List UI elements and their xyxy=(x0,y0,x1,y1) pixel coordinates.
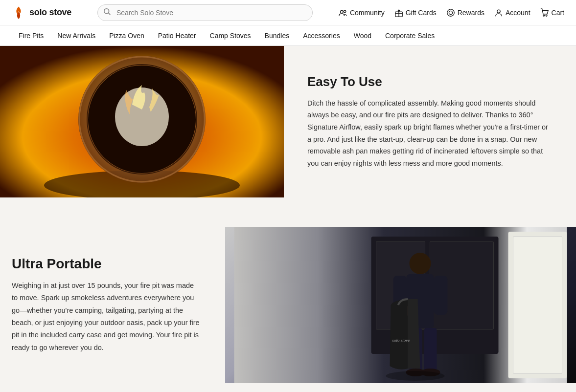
svg-point-3 xyxy=(344,10,346,13)
fire-svg xyxy=(0,46,284,197)
easy-to-use-section: Easy To Use Ditch the hassle of complica… xyxy=(0,46,576,197)
svg-rect-27 xyxy=(434,276,448,315)
svg-rect-23 xyxy=(513,237,562,373)
gift-icon xyxy=(394,8,403,17)
logo[interactable]: solo stove xyxy=(12,6,71,20)
nav-item-pizza-oven[interactable]: Pizza Oven xyxy=(102,25,151,46)
svg-point-0 xyxy=(104,8,109,13)
header-right-nav: Community Gift Cards Rewards xyxy=(339,8,564,17)
svg-text:solo stove: solo stove xyxy=(392,338,410,343)
header: solo stove Community xyxy=(0,0,576,25)
account-label: Account xyxy=(506,9,530,17)
community-label: Community xyxy=(350,9,385,17)
gift-cards-link[interactable]: Gift Cards xyxy=(394,8,437,17)
fire-visual xyxy=(0,46,284,197)
ultra-portable-heading: Ultra Portable xyxy=(12,256,202,272)
search-bar xyxy=(97,4,313,21)
svg-point-34 xyxy=(386,371,445,381)
search-input[interactable] xyxy=(97,4,313,21)
logo-text: solo stove xyxy=(29,7,71,18)
portable-svg: solo stove xyxy=(225,227,576,383)
search-icon xyxy=(103,8,111,18)
flame-icon xyxy=(12,6,25,20)
nav-item-accessories[interactable]: Accessories xyxy=(296,25,346,46)
ultra-portable-section: Ultra Portable Weighing in at just over … xyxy=(0,227,576,392)
portable-img-placeholder: solo stove xyxy=(225,227,576,383)
rewards-link[interactable]: Rewards xyxy=(446,8,484,17)
community-icon xyxy=(339,8,347,17)
nav-item-camp-stoves[interactable]: Camp Stoves xyxy=(203,25,258,46)
account-icon xyxy=(494,8,503,17)
svg-point-5 xyxy=(447,9,454,16)
svg-point-7 xyxy=(497,10,500,13)
cart-link[interactable]: Cart xyxy=(540,8,564,17)
nav-item-wood[interactable]: Wood xyxy=(347,25,378,46)
svg-point-9 xyxy=(546,15,547,16)
cart-icon xyxy=(540,8,549,17)
cart-label: Cart xyxy=(552,9,564,17)
svg-rect-30 xyxy=(424,328,437,372)
ultra-portable-text: Ultra Portable Weighing in at just over … xyxy=(0,237,225,373)
easy-to-use-body: Ditch the hassle of complicated assembly… xyxy=(307,97,553,170)
nav-item-bundles[interactable]: Bundles xyxy=(258,25,297,46)
rewards-icon xyxy=(446,8,455,17)
fire-image-placeholder xyxy=(0,46,284,197)
svg-point-8 xyxy=(543,15,544,16)
nav-item-corporate-sales[interactable]: Corporate Sales xyxy=(378,25,441,46)
fire-pit-image xyxy=(0,46,284,197)
svg-point-24 xyxy=(410,253,431,274)
portable-image: solo stove xyxy=(225,227,576,383)
main-content: Easy To Use Ditch the hassle of complica… xyxy=(0,46,576,392)
svg-point-6 xyxy=(449,11,452,14)
rewards-label: Rewards xyxy=(458,9,484,17)
nav-item-fire-pits[interactable]: Fire Pits xyxy=(12,25,50,46)
account-link[interactable]: Account xyxy=(494,8,530,17)
main-nav: Fire Pits New Arrivals Pizza Oven Patio … xyxy=(0,25,576,46)
nav-item-patio-heater[interactable]: Patio Heater xyxy=(151,25,203,46)
svg-point-2 xyxy=(340,10,343,13)
easy-to-use-text: Easy To Use Ditch the hassle of complica… xyxy=(284,46,576,197)
nav-item-new-arrivals[interactable]: New Arrivals xyxy=(50,25,102,46)
svg-line-1 xyxy=(108,13,110,15)
easy-to-use-heading: Easy To Use xyxy=(307,74,553,89)
ultra-portable-body: Weighing in at just over 15 pounds, your… xyxy=(12,280,202,354)
community-link[interactable]: Community xyxy=(339,8,385,17)
gift-cards-label: Gift Cards xyxy=(406,9,437,17)
